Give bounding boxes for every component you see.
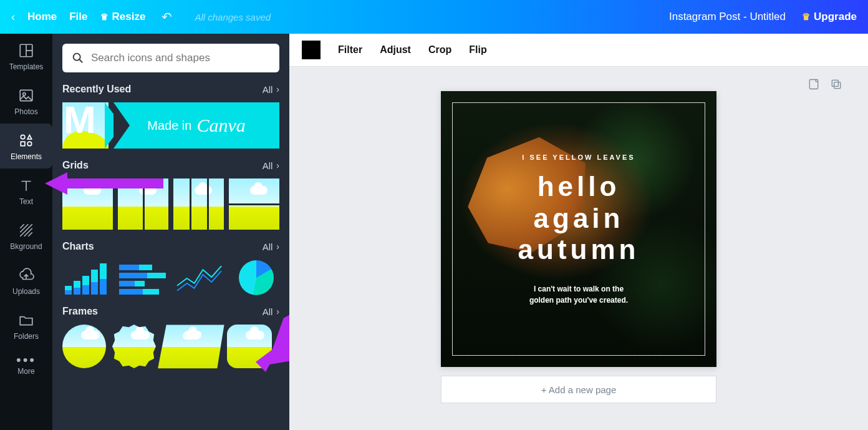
- all-label: All: [263, 84, 273, 95]
- document-title[interactable]: Instagram Post - Untitled: [669, 11, 786, 23]
- page-notes-icon[interactable]: [807, 77, 821, 91]
- elements-panel: Recently Used All› M Made in Canva Grids…: [52, 34, 289, 430]
- chevron-right-icon: ›: [276, 242, 279, 252]
- grid-tile-1[interactable]: [62, 178, 113, 230]
- rail-more[interactable]: ••• More: [0, 348, 52, 383]
- chart-pie[interactable]: [233, 261, 279, 295]
- chevron-right-icon: ›: [276, 160, 279, 170]
- rail-photos[interactable]: Photos: [0, 79, 52, 124]
- background-icon: [18, 222, 34, 238]
- design-canvas[interactable]: I SEE YELLOW LEAVES hello again autumn I…: [441, 91, 716, 367]
- all-label: All: [263, 160, 273, 171]
- grid-tile-3col[interactable]: [173, 178, 224, 230]
- crown-icon: ♛: [100, 12, 109, 22]
- svg-point-4: [23, 93, 26, 95]
- svg-rect-15: [832, 80, 838, 86]
- nav-file[interactable]: File: [69, 11, 87, 23]
- rail-uploads[interactable]: Uploads: [0, 258, 52, 303]
- chart-hbar[interactable]: [119, 261, 166, 295]
- brand-label: Canva: [196, 115, 245, 136]
- search-icon: [71, 51, 85, 65]
- rail-label: Elements: [11, 152, 42, 161]
- frame-rounded[interactable]: [227, 325, 272, 368]
- more-icon: •••: [16, 357, 36, 363]
- rail-bkground[interactable]: Bkground: [0, 213, 52, 258]
- rail-templates[interactable]: Templates: [0, 34, 52, 79]
- made-in-label: Made in: [147, 119, 191, 133]
- undo-icon[interactable]: ↶: [162, 9, 172, 24]
- all-label: All: [263, 306, 273, 317]
- toolbar-filter[interactable]: Filter: [338, 44, 362, 56]
- rail-label: Text: [19, 197, 33, 206]
- photos-icon: [18, 87, 34, 104]
- text-hero[interactable]: hello again autumn: [441, 171, 716, 266]
- svg-point-8: [27, 142, 31, 146]
- nav-home[interactable]: Home: [27, 11, 57, 23]
- add-page-button[interactable]: + Add a new page: [441, 376, 716, 403]
- rail-text[interactable]: Text: [0, 169, 52, 213]
- section-title-grids: Grids: [62, 160, 89, 171]
- text-icon: [18, 177, 34, 193]
- text-kicker[interactable]: I SEE YELLOW LEAVES: [441, 154, 716, 161]
- chevron-right-icon: ›: [276, 84, 279, 94]
- toolbar-adjust[interactable]: Adjust: [380, 44, 411, 56]
- chevron-right-icon: ›: [276, 306, 279, 316]
- upgrade-label: Upgrade: [814, 11, 857, 23]
- svg-rect-7: [21, 142, 25, 146]
- rail-label: Templates: [9, 62, 44, 71]
- uploads-icon: [18, 267, 34, 283]
- svg-point-5: [21, 135, 25, 139]
- rail-elements[interactable]: Elements: [0, 124, 52, 169]
- text-sub[interactable]: I can't wait to walk on the golden path …: [441, 283, 716, 306]
- toolbar-crop[interactable]: Crop: [428, 44, 451, 56]
- grid-tile-2col[interactable]: [118, 178, 168, 230]
- frame-circle[interactable]: [62, 325, 106, 368]
- see-all-grids[interactable]: All›: [263, 160, 279, 171]
- design-page: I SEE YELLOW LEAVES hello again autumn I…: [441, 91, 716, 403]
- canvas-toolbar: Filter Adjust Crop Flip: [289, 34, 868, 66]
- see-all-charts[interactable]: All›: [263, 242, 279, 252]
- chart-line[interactable]: [176, 261, 223, 295]
- back-icon[interactable]: ‹: [11, 11, 15, 24]
- page-actions: [807, 77, 843, 91]
- rail-label: Bkground: [10, 242, 42, 251]
- rail-folders[interactable]: Folders: [0, 303, 52, 348]
- save-status: All changes saved: [195, 12, 271, 22]
- rail-label: Uploads: [12, 287, 40, 296]
- see-all-frames[interactable]: All›: [263, 306, 279, 317]
- canvas-area: Filter Adjust Crop Flip I SEE YELLOW LEA…: [289, 34, 868, 430]
- left-rail: Templates Photos Elements Text Bkground …: [0, 34, 52, 430]
- elements-icon: [18, 132, 34, 149]
- page-duplicate-icon[interactable]: [829, 77, 843, 91]
- see-all-recent[interactable]: All›: [263, 84, 279, 95]
- all-label: All: [263, 242, 273, 252]
- templates-icon: [18, 42, 34, 59]
- svg-line-10: [80, 60, 83, 63]
- sub-line: golden path you've created.: [441, 295, 716, 306]
- svg-rect-14: [834, 82, 841, 89]
- section-title-recent: Recently Used: [62, 84, 131, 95]
- recent-tile-m[interactable]: M: [62, 102, 109, 149]
- chart-bar[interactable]: [62, 261, 109, 295]
- grid-tile-2row[interactable]: [229, 178, 279, 230]
- recent-tile-made-in-canva[interactable]: Made in Canva: [113, 102, 279, 149]
- search-input[interactable]: [91, 52, 271, 64]
- resize-label: Resize: [112, 11, 146, 22]
- svg-marker-6: [27, 135, 31, 139]
- color-swatch[interactable]: [302, 41, 321, 59]
- sub-line: I can't wait to walk on the: [441, 283, 716, 295]
- hero-line: hello: [441, 171, 716, 203]
- hero-line: again: [441, 203, 716, 235]
- search-field[interactable]: [62, 44, 279, 72]
- top-bar: ‹ Home File ♛Resize ↶ All changes saved …: [0, 0, 868, 34]
- rail-label: Folders: [14, 332, 39, 341]
- toolbar-flip[interactable]: Flip: [469, 44, 486, 56]
- svg-point-9: [74, 54, 80, 61]
- svg-rect-13: [809, 80, 817, 89]
- section-title-charts: Charts: [62, 241, 94, 252]
- nav-resize[interactable]: ♛Resize: [100, 11, 146, 23]
- frame-badge[interactable]: [112, 325, 156, 368]
- upgrade-button[interactable]: ♛Upgrade: [802, 11, 857, 23]
- folders-icon: [18, 312, 34, 328]
- frame-skew[interactable]: [158, 325, 224, 369]
